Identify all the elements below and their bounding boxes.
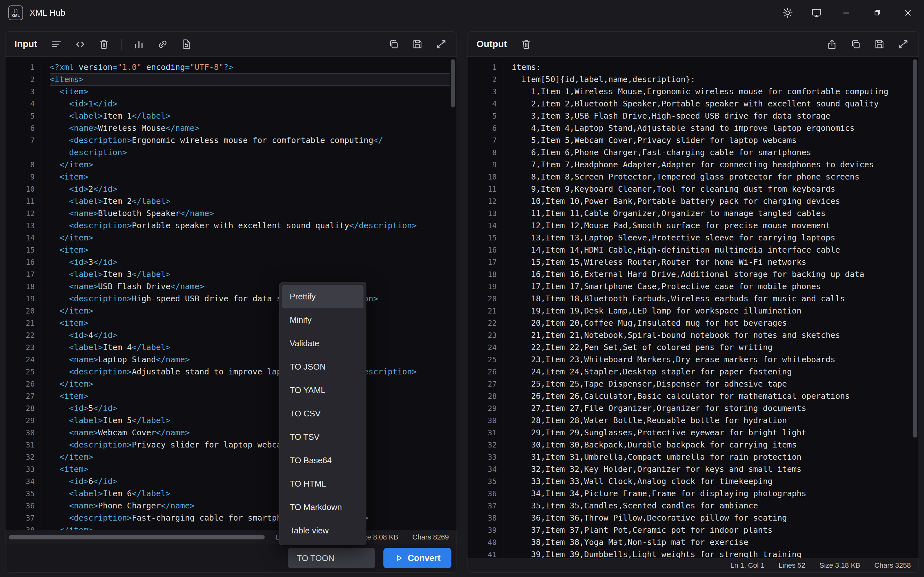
menu-item[interactable]: Prettify	[282, 285, 363, 308]
line-number: 31	[467, 427, 503, 439]
code-line: <name>Wireless Mouse</name>	[50, 122, 457, 134]
trash-icon[interactable]	[97, 38, 110, 51]
menu-item[interactable]: TO JSON	[282, 355, 363, 379]
app-title: XML Hub	[29, 8, 65, 18]
expand-icon[interactable]	[897, 38, 909, 51]
code-line: 21,Item 21,Notebook,Spiral-bound noteboo…	[512, 329, 919, 342]
format-select[interactable]: TO TOON	[288, 548, 375, 568]
code-line: 14,Item 14,HDMI Cable,High-definition mu…	[512, 244, 919, 256]
minimize-icon[interactable]	[840, 6, 853, 19]
line-number: 25	[5, 366, 41, 378]
input-horizontal-scrollbar[interactable]	[9, 535, 265, 539]
trash-icon[interactable]	[520, 38, 533, 51]
line-number: 21	[5, 317, 41, 329]
menu-item[interactable]: TO Markdown	[282, 496, 363, 519]
code-icon[interactable]	[74, 38, 87, 51]
menu-item[interactable]: TO YAML	[282, 379, 363, 402]
copy-icon[interactable]	[387, 38, 400, 51]
main-area: Input	[0, 26, 924, 577]
menu-item[interactable]: TO HTML	[282, 472, 363, 496]
code-line: 7,Item 7,Headphone Adapter,Adapter for c…	[512, 159, 919, 171]
convert-button[interactable]: Convert	[383, 548, 451, 568]
code-line: 13,Item 13,Laptop Sleeve,Protective slee…	[512, 232, 919, 244]
code-line: <description>Ergonomic wireless mouse fo…	[50, 134, 457, 147]
code-line: 35,Item 35,Candles,Scented candles for a…	[512, 500, 919, 512]
line-number: 33	[467, 451, 503, 463]
line-number: 30	[467, 414, 503, 427]
menu-item[interactable]: TO TSV	[282, 425, 363, 449]
code-line: <item>	[50, 171, 457, 183]
code-line: <description>Portable speaker with excel…	[50, 219, 457, 232]
output-code[interactable]: items: item[50]{id,label,name,descriptio…	[503, 61, 919, 558]
code-line: <name>Phone Charger</name>	[50, 500, 457, 512]
line-number: 28	[5, 402, 41, 414]
code-line: <name>Webcam Cover</name>	[50, 427, 457, 439]
stats-icon[interactable]	[132, 38, 145, 51]
input-code[interactable]: <?xml version="1.0" encoding="UTF-8"?><i…	[41, 61, 457, 530]
menu-item[interactable]: Table view	[282, 519, 363, 542]
line-number: 2	[5, 73, 41, 85]
line-number: 29	[467, 402, 503, 414]
code-line: <item>	[50, 317, 457, 329]
line-number: 11	[5, 195, 41, 207]
line-number: 40	[467, 536, 503, 548]
menu-item[interactable]: Validate	[282, 332, 363, 355]
input-editor[interactable]: 1234567891011121314151617181920212223242…	[5, 57, 457, 530]
code-line: 1,Item 1,Wireless Mouse,Ergonomic wirele…	[512, 85, 919, 98]
code-line: 6,Item 6,Phone Charger,Fast-charging cab…	[512, 147, 919, 159]
share-icon[interactable]	[825, 38, 838, 51]
line-number: 1	[5, 61, 41, 73]
code-line: <label>Item 5</label>	[50, 414, 457, 427]
line-number: 23	[467, 329, 503, 342]
menu-item[interactable]: TO CSV	[282, 402, 363, 425]
app-logo-text: XML	[11, 14, 20, 18]
output-vertical-scrollbar[interactable]	[913, 59, 917, 438]
line-number: 25	[467, 354, 503, 366]
code-line: <name>USB Flash Drive</name>	[50, 280, 457, 293]
code-line: 12,Item 12,Mouse Pad,Smooth surface for …	[512, 219, 919, 232]
display-icon[interactable]	[811, 7, 822, 18]
code-line: 34,Item 34,Picture Frame,Frame for displ…	[512, 488, 919, 500]
code-line: <item>	[50, 463, 457, 475]
line-number: 1	[467, 61, 503, 73]
code-line: 20,Item 20,Coffee Mug,Insulated mug for …	[512, 317, 919, 329]
code-line: 29,Item 29,Sunglasses,Protective eyewear…	[512, 427, 919, 439]
restore-icon[interactable]	[871, 6, 884, 19]
code-line: items:	[512, 61, 919, 73]
expand-icon[interactable]	[435, 38, 447, 51]
line-number: 20	[467, 293, 503, 305]
save-icon[interactable]	[411, 38, 424, 51]
code-line: <id>5</id>	[50, 402, 457, 414]
line-number: 19	[5, 293, 41, 305]
line-number: 8	[5, 159, 41, 171]
menu-item[interactable]: TO Base64	[282, 449, 363, 472]
format-icon[interactable]	[50, 38, 63, 51]
settings-gear-icon[interactable]	[782, 7, 793, 18]
input-vertical-scrollbar[interactable]	[451, 59, 455, 107]
code-line: 38,Item 38,Yoga Mat,Non-slip mat for exe…	[512, 536, 919, 548]
line-number: 26	[5, 378, 41, 390]
menu-item[interactable]: Minify	[282, 308, 363, 332]
code-line: 24,Item 24,Stapler,Desktop stapler for p…	[512, 366, 919, 378]
line-number: 15	[5, 244, 41, 256]
code-line: 3,Item 3,USB Flash Drive,High-speed USB …	[512, 110, 919, 122]
line-number: 16	[467, 244, 503, 256]
code-line: 15,Item 15,Wireless Router,Router for ho…	[512, 256, 919, 268]
output-editor[interactable]: 1234567891011121314151617181920212223242…	[467, 57, 919, 558]
line-number: 37	[5, 512, 41, 524]
link-icon[interactable]	[156, 38, 169, 51]
copy-icon[interactable]	[849, 38, 862, 51]
sample-file-icon[interactable]	[180, 38, 193, 51]
save-icon[interactable]	[873, 38, 886, 51]
line-number: 10	[467, 171, 503, 183]
code-line: <description>Fast-charging cable for sma…	[50, 512, 457, 524]
app-logo-xml-icon: XML	[8, 5, 23, 20]
code-line: <item>	[50, 390, 457, 402]
input-panel: Input	[5, 31, 457, 572]
line-number: 27	[467, 378, 503, 390]
close-icon[interactable]	[901, 6, 914, 19]
line-number: 24	[467, 342, 503, 354]
code-line: <id>6</id>	[50, 475, 457, 488]
code-line: <name>Laptop Stand</name>	[50, 354, 457, 366]
code-line: 32,Item 32,Key Holder,Organizer for keys…	[512, 463, 919, 475]
